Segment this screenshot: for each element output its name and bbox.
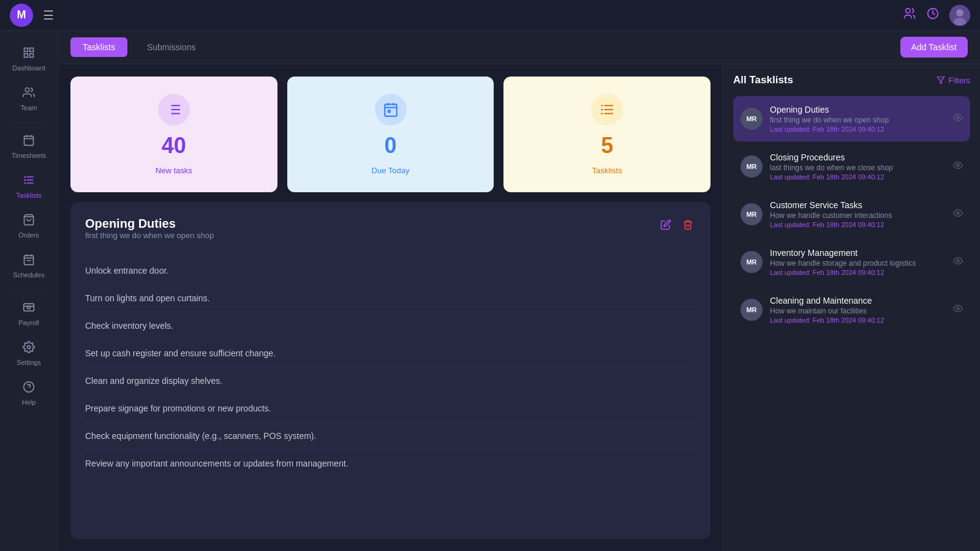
tasklists-icon bbox=[23, 174, 35, 189]
svg-point-49 bbox=[957, 212, 959, 214]
user-avatar[interactable] bbox=[949, 5, 970, 26]
tasklist-name: Closing Procedures bbox=[770, 152, 946, 162]
tasklist-updated: Last updated: Feb 18th 2024 09:40:12 bbox=[770, 317, 946, 324]
task-detail-subtitle: first thing we do when we open shop bbox=[85, 231, 214, 240]
all-tasklists-title: All Tasklists bbox=[733, 74, 793, 86]
add-tasklist-button[interactable]: Add Tasklist bbox=[900, 37, 968, 58]
tasklist-avatar: MR bbox=[741, 156, 763, 178]
header-bar: Tasklists Submissions Add Tasklist bbox=[58, 31, 980, 64]
topbar: M ☰ bbox=[0, 0, 980, 31]
view-icon[interactable] bbox=[953, 256, 963, 268]
stats-row: 40 New tasks 0 Due Today bbox=[70, 77, 710, 192]
tasklists-label: Tasklists bbox=[592, 166, 622, 175]
view-icon[interactable] bbox=[953, 208, 963, 220]
task-item: Clean and organize display shelves. bbox=[85, 367, 696, 395]
sidebar-label-dashboard: Dashboard bbox=[12, 64, 45, 72]
payroll-icon bbox=[23, 301, 35, 317]
main-content: 40 New tasks 0 Due Today bbox=[58, 64, 980, 551]
filters-label: Filters bbox=[949, 76, 970, 85]
task-item: Unlock entrance door. bbox=[85, 257, 696, 285]
tasklist-name: Inventory Management bbox=[770, 248, 946, 258]
tasklist-desc: How we maintain our facilities bbox=[770, 307, 946, 315]
svg-rect-23 bbox=[24, 304, 34, 311]
help-icon bbox=[23, 381, 35, 396]
team-icon bbox=[23, 86, 35, 102]
sidebar-label-orders: Orders bbox=[18, 231, 39, 239]
sidebar-item-schedules[interactable]: Schedules bbox=[4, 247, 53, 285]
svg-point-47 bbox=[957, 116, 959, 119]
sidebar: Dashboard Team Timesheets bbox=[0, 31, 58, 551]
sidebar-label-help: Help bbox=[22, 399, 36, 406]
sidebar-item-payroll[interactable]: Payroll bbox=[4, 295, 53, 332]
svg-rect-8 bbox=[30, 54, 34, 58]
sidebar-label-tasklists: Tasklists bbox=[16, 192, 42, 199]
tasklist-avatar: MR bbox=[741, 108, 763, 130]
edit-icon[interactable] bbox=[658, 217, 674, 236]
stat-card-due-today: 0 Due Today bbox=[287, 77, 494, 192]
settings-icon bbox=[23, 341, 35, 356]
new-tasks-number: 40 bbox=[162, 133, 186, 159]
tasklist-avatar: MR bbox=[741, 251, 763, 273]
tab-submissions[interactable]: Submissions bbox=[135, 37, 208, 57]
task-detail-title-group: Opening Duties first thing we do when we… bbox=[85, 217, 214, 252]
delete-icon[interactable] bbox=[680, 217, 696, 236]
tasklist-name: Opening Duties bbox=[770, 105, 946, 114]
users-icon[interactable] bbox=[903, 7, 916, 23]
tasklist-avatar: MR bbox=[741, 299, 763, 321]
sidebar-label-team: Team bbox=[21, 104, 37, 111]
due-today-label: Due Today bbox=[372, 166, 410, 175]
tasklist-item-inventory-management[interactable]: MR Inventory Management How we handle st… bbox=[733, 239, 970, 285]
tab-tasklists[interactable]: Tasklists bbox=[70, 37, 127, 57]
timer-icon[interactable] bbox=[926, 7, 940, 23]
task-item: Turn on lights and open curtains. bbox=[85, 285, 696, 312]
tasklist-item-cleaning-maintenance[interactable]: MR Cleaning and Maintenance How we maint… bbox=[733, 287, 970, 332]
tasklist-desc: last things we do when we close shop bbox=[770, 163, 946, 172]
content-area: Tasklists Submissions Add Tasklist bbox=[58, 31, 980, 551]
svg-rect-7 bbox=[24, 54, 28, 58]
tasklist-desc: How we handle customer interactions bbox=[770, 211, 946, 220]
svg-rect-6 bbox=[30, 48, 34, 52]
tasklist-name: Customer Service Tasks bbox=[770, 200, 946, 210]
right-panel-header: All Tasklists Filters bbox=[733, 74, 970, 86]
tasklist-avatar: MR bbox=[741, 203, 763, 225]
sidebar-item-dashboard[interactable]: Dashboard bbox=[4, 40, 53, 78]
sidebar-divider-2 bbox=[12, 290, 46, 290]
tasklist-desc: How we handle storage and product logist… bbox=[770, 259, 946, 268]
new-tasks-icon bbox=[158, 94, 190, 126]
sidebar-label-schedules: Schedules bbox=[13, 271, 44, 279]
task-detail-actions bbox=[658, 217, 696, 236]
main-layout: Dashboard Team Timesheets bbox=[0, 31, 980, 551]
menu-icon[interactable]: ☰ bbox=[43, 8, 54, 23]
sidebar-item-help[interactable]: Help bbox=[4, 375, 53, 412]
due-today-number: 0 bbox=[384, 133, 396, 159]
svg-point-48 bbox=[957, 164, 959, 167]
svg-point-26 bbox=[28, 346, 31, 349]
left-panel: 40 New tasks 0 Due Today bbox=[58, 64, 723, 551]
task-item: Review any important announcements or up… bbox=[85, 450, 696, 477]
new-tasks-label: New tasks bbox=[156, 166, 192, 175]
view-icon[interactable] bbox=[953, 304, 963, 316]
tasklist-info: Customer Service Tasks How we handle cus… bbox=[770, 200, 946, 228]
tasklists-stat-icon bbox=[591, 94, 623, 126]
view-icon[interactable] bbox=[953, 160, 963, 173]
tasklist-info: Closing Procedures last things we do whe… bbox=[770, 152, 946, 181]
sidebar-item-orders[interactable]: Orders bbox=[4, 208, 53, 245]
tasklist-item-opening-duties[interactable]: MR Opening Duties first thing we do when… bbox=[733, 96, 970, 141]
sidebar-item-timesheets[interactable]: Timesheets bbox=[4, 128, 53, 165]
stat-card-tasklists: 5 Tasklists bbox=[503, 77, 710, 192]
sidebar-item-team[interactable]: Team bbox=[4, 80, 53, 118]
app-logo[interactable]: M bbox=[10, 4, 33, 27]
sidebar-item-tasklists[interactable]: Tasklists bbox=[4, 168, 53, 205]
sidebar-item-settings[interactable]: Settings bbox=[4, 335, 53, 372]
tasklist-info: Cleaning and Maintenance How we maintain… bbox=[770, 296, 946, 324]
due-today-icon bbox=[375, 94, 407, 126]
tasklist-info: Inventory Management How we handle stora… bbox=[770, 248, 946, 276]
tasklist-updated: Last updated: Feb 18th 2024 09:40:12 bbox=[770, 221, 946, 228]
tasklist-item-customer-service[interactable]: MR Customer Service Tasks How we handle … bbox=[733, 192, 970, 237]
tasklist-info: Opening Duties first thing we do when we… bbox=[770, 105, 946, 133]
tasklist-item-closing-procedures[interactable]: MR Closing Procedures last things we do … bbox=[733, 144, 970, 189]
sidebar-label-payroll: Payroll bbox=[18, 319, 39, 326]
task-item: Check inventory levels. bbox=[85, 312, 696, 340]
view-icon[interactable] bbox=[953, 113, 963, 125]
filters-button[interactable]: Filters bbox=[937, 76, 970, 85]
